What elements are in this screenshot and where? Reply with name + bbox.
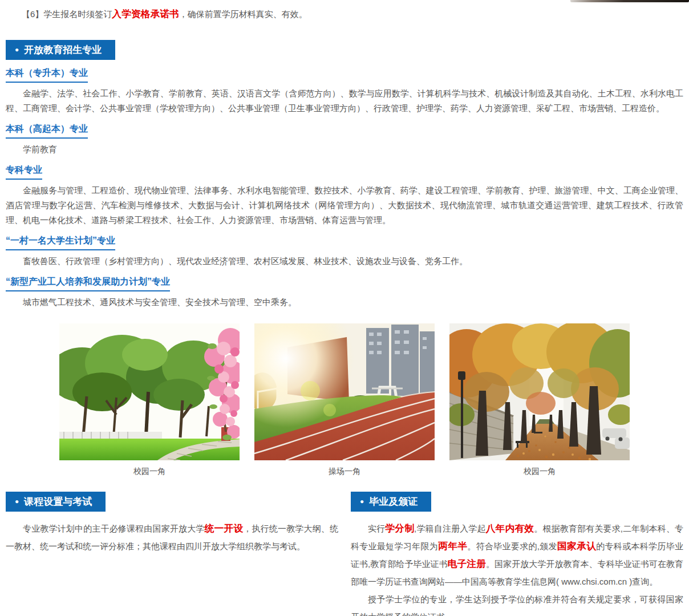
section-banner-graduation: ●毕业及颁证 <box>351 492 431 512</box>
group-text: 畜牧兽医、行政管理（乡村管理方向）、现代农业经济管理、农村区域发展、林业技术、设… <box>6 254 683 269</box>
group-text: 金融学、法学、社会工作、小学教育、学前教育、英语、汉语言文学（含师范方向）、数学… <box>6 86 683 116</box>
courses-paragraph: 专业教学计划中的主干必修课程由国家开放大学统一开设，执行统一教学大纲、统一教材、… <box>6 520 338 555</box>
group-title: “新型产业工人培养和发展助力计划”专业 <box>6 277 170 291</box>
photo-card: 校园一角 <box>449 323 630 477</box>
group-title: 专科专业 <box>6 165 42 180</box>
graduation-paragraph-2: 授予学士学位的专业，学生达到授予学位的标准并符合有关规定要求，可获得国家开放大学… <box>351 590 683 616</box>
group-title: 本科（专升本）专业 <box>6 68 88 83</box>
group-title: 本科（高起本）专业 <box>6 124 88 139</box>
graduation-section: ●毕业及颁证 实行学分制,学籍自注册入学起八年内有效。根据教育部有关要求,二年制… <box>351 492 683 616</box>
group-text: 金融服务与管理、工程造价、现代物业管理、法律事务、水利水电智能管理、数控技术、小… <box>6 183 683 228</box>
section-banner-courses-label: 课程设置与考试 <box>24 496 92 507</box>
campus-photo-row: 校园一角 <box>59 323 630 477</box>
section-banner-majors-label: 开放教育招生专业 <box>24 44 102 55</box>
group-title: “一村一名大学生计划”专业 <box>6 236 115 250</box>
section-banner-graduation-label: 毕业及颁证 <box>369 496 418 507</box>
group-yicun-plan: “一村一名大学生计划”专业 畜牧兽医、行政管理（乡村管理方向）、现代农业经济管理… <box>6 228 683 269</box>
section-banner-majors: ●开放教育招生专业 <box>6 40 115 60</box>
autumn-avenue-image <box>449 323 630 460</box>
bullet-icon: ● <box>15 497 19 505</box>
courses-section: ●课程设置与考试 专业教学计划中的主干必修课程由国家开放大学统一开设，执行统一教… <box>6 492 338 616</box>
graduation-paragraph-1: 实行学分制,学籍自注册入学起八年内有效。根据教育部有关要求,二年制本科、专科专业… <box>351 520 683 590</box>
enrollment-note: 【6】学生报名时须签订入学资格承诺书，确保前置学历材料真实、有效。 <box>6 8 683 21</box>
group-xinxing-plan: “新型产业工人培养和发展助力计划”专业 城市燃气工程技术、通风技术与安全管理、安… <box>6 269 683 310</box>
photo-caption: 操场一角 <box>254 467 435 477</box>
open-education-page: 【6】学生报名时须签订入学资格承诺书，确保前置学历材料真实、有效。 ●开放教育招… <box>0 0 689 616</box>
group-benke-zhuanshengben: 本科（专升本）专业 金融学、法学、社会工作、小学教育、学前教育、英语、汉语言文学… <box>6 60 683 116</box>
photo-caption: 校园一角 <box>59 467 240 477</box>
cropped-photo-edge <box>570 0 689 2</box>
section-banner-courses: ●课程设置与考试 <box>6 492 106 512</box>
photo-card: 校园一角 <box>59 323 240 477</box>
campus-garden-image <box>59 323 240 460</box>
bullet-icon: ● <box>15 46 19 54</box>
running-track-image <box>254 323 435 460</box>
bullet-icon: ● <box>360 497 364 505</box>
group-zhuanke: 专科专业 金融服务与管理、工程造价、现代物业管理、法律事务、水利水电智能管理、数… <box>6 157 683 228</box>
group-benke-gaoqiben: 本科（高起本）专业 学前教育 <box>6 116 683 157</box>
photo-caption: 校园一角 <box>449 467 630 477</box>
group-text: 学前教育 <box>6 142 683 157</box>
photo-card: 操场一角 <box>254 323 435 477</box>
group-text: 城市燃气工程技术、通风技术与安全管理、安全技术与管理、空中乘务。 <box>6 295 683 310</box>
